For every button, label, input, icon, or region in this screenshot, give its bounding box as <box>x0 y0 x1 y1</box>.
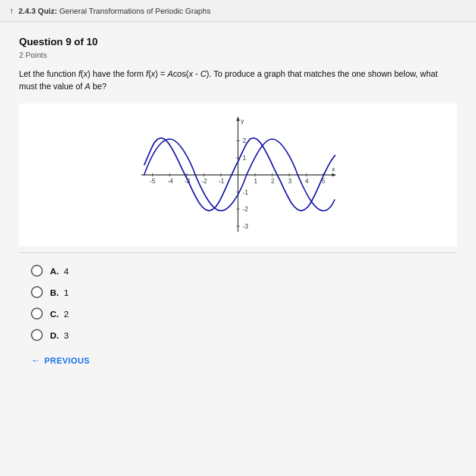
option-c-label: C. 2 <box>50 309 69 319</box>
option-a[interactable]: A. 4 <box>31 265 457 277</box>
svg-text:4: 4 <box>305 177 309 184</box>
option-b[interactable]: B. 1 <box>31 286 457 298</box>
option-b-label: B. 1 <box>50 287 69 298</box>
question-points: 2 Points <box>19 51 457 60</box>
svg-text:x: x <box>332 165 336 173</box>
svg-text:-1: -1 <box>243 189 249 196</box>
main-content: Question 9 of 10 2 Points Let the functi… <box>0 22 476 476</box>
radio-d[interactable] <box>31 329 43 341</box>
previous-button[interactable]: ← PREVIOUS <box>19 355 457 366</box>
options-list: A. 4 B. 1 C. 2 D. 3 <box>19 265 457 341</box>
option-d-label: D. 3 <box>50 330 69 340</box>
svg-text:-4: -4 <box>167 177 173 184</box>
previous-arrow-icon: ← <box>31 355 41 366</box>
svg-text:1: 1 <box>243 154 246 161</box>
svg-text:3: 3 <box>288 177 292 184</box>
option-d[interactable]: D. 3 <box>31 329 457 341</box>
svg-text:-2: -2 <box>243 205 249 212</box>
radio-b[interactable] <box>31 286 43 298</box>
graph-container: 2 1 -1 -2 -3 -5 -4 -3 -2 <box>19 104 457 246</box>
radio-c[interactable] <box>31 308 43 320</box>
svg-text:-3: -3 <box>243 223 249 230</box>
svg-text:2: 2 <box>243 137 246 144</box>
question-text: Let the function f(x) have the form f(x)… <box>19 68 457 93</box>
svg-text:-1: -1 <box>218 177 224 184</box>
svg-text:1: 1 <box>254 177 258 184</box>
svg-text:y: y <box>241 117 245 124</box>
graph-svg: 2 1 -1 -2 -3 -5 -4 -3 -2 <box>131 109 345 240</box>
section-divider <box>19 252 457 253</box>
svg-text:-5: -5 <box>150 177 156 184</box>
quiz-title: 2.4.3 Quiz: General Transformations of P… <box>18 7 211 15</box>
question-number: Question 9 of 10 <box>19 36 457 48</box>
option-c[interactable]: C. 2 <box>31 308 457 320</box>
option-a-label: A. 4 <box>50 266 69 276</box>
back-icon: ↑ <box>10 6 14 15</box>
svg-text:-2: -2 <box>202 177 208 184</box>
radio-a[interactable] <box>31 265 43 277</box>
svg-text:2: 2 <box>271 177 274 184</box>
top-bar: ↑ 2.4.3 Quiz: General Transformations of… <box>0 0 476 22</box>
previous-label: PREVIOUS <box>45 356 90 365</box>
